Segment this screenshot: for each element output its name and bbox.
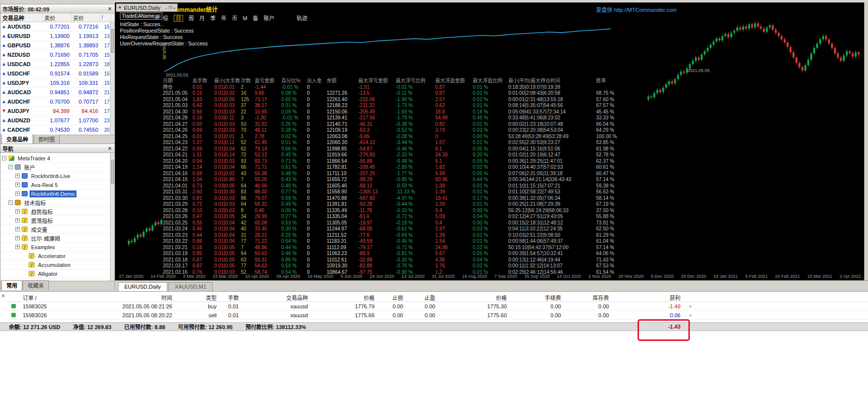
orders-column-header[interactable]: 价格	[311, 294, 377, 301]
collapse-icon[interactable]: −	[8, 165, 13, 169]
market-watch-row[interactable]: AUDUSD0.772010.7721615	[0, 22, 114, 32]
expand-icon[interactable]: +	[15, 209, 20, 214]
tree-item-accelerator[interactable]: ƒAccelerator	[0, 252, 114, 261]
tree-item-indicators[interactable]: −技术指标	[0, 198, 114, 207]
bid-price: 0.70700	[43, 99, 72, 105]
market-watch-row[interactable]: USDCAD1.228551.2287318	[0, 60, 114, 69]
tree-item-examples[interactable]: +ƒExamples	[0, 243, 114, 252]
stats-table: 日期总手数最小|大手数次数盈亏金额百分比%出入金余额最大浮亏金额最大浮亏比例最大…	[162, 78, 630, 275]
market-watch-row[interactable]: NZDUSD0.716900.7170515	[0, 50, 114, 60]
tick-arrow-icon	[2, 63, 5, 66]
orders-column-header[interactable]: 价格	[438, 294, 510, 301]
orders-column-header[interactable]: 订单 /	[20, 294, 62, 301]
expand-icon[interactable]: +	[15, 245, 20, 249]
market-watch-row[interactable]: EURUSD1.199001.1991313	[0, 32, 114, 41]
tab-common[interactable]: 常用	[1, 280, 22, 290]
tree-item-account-demo[interactable]: +RockfortIntl-Demo	[0, 189, 114, 198]
equity-line	[164, 29, 611, 72]
stats-row: 2021.03.312.600.01|0.308388.020.77 %0115…	[162, 189, 630, 195]
equity-end-label: 2021.05.05	[687, 68, 710, 73]
column-ask[interactable]: 买价	[72, 13, 100, 22]
spread-value: 15	[100, 71, 111, 76]
tick-arrow-icon	[2, 91, 5, 94]
expand-icon[interactable]: +	[15, 191, 20, 196]
expand-icon[interactable]: +	[15, 183, 20, 187]
stats-row: 2021.03.300.810.01|0.038679.070.69 %0114…	[162, 195, 630, 202]
tree-item-alligator[interactable]: ƒAlligator	[0, 269, 114, 278]
collapse-icon[interactable]: −	[2, 156, 6, 160]
expand-icon[interactable]: +	[15, 174, 20, 178]
stats-row: 2021.04.250.010.01|0.0112.780.02 %012063…	[162, 134, 630, 140]
tab-tick-chart[interactable]: 即时图	[34, 134, 60, 144]
market-watch-row[interactable]: AUDCAD0.948510.9487221	[0, 88, 114, 97]
tab-xauusd-m1[interactable]: XAUUSD,M1	[168, 282, 213, 291]
tree-item-trend[interactable]: +ƒ趋势指标	[0, 207, 114, 216]
order-row[interactable]: 159830262021.05.05 08:20:22sell0.01xauus…	[7, 311, 868, 320]
market-watch-scrollbar[interactable]	[110, 22, 114, 135]
tree-item-account-live[interactable]: +RockfortIntl-Live	[0, 172, 114, 181]
market-watch-row[interactable]: CADCHF0.745300.7455020	[0, 125, 114, 135]
column-spread[interactable]: !	[100, 13, 111, 22]
orders-column-header[interactable]: 止盈	[406, 294, 438, 301]
column-bid[interactable]: 卖价	[43, 13, 72, 22]
navigator-scrollbar[interactable]	[110, 153, 114, 281]
expand-icon[interactable]: +	[15, 236, 20, 240]
tree-item-oscillators[interactable]: +ƒ震荡指标	[0, 216, 114, 225]
market-watch-row[interactable]: AUDCHF0.707000.7071717	[0, 97, 114, 107]
tab-favorites[interactable]: 收藏夹	[23, 280, 49, 290]
orders-column-header[interactable]: 时间	[62, 294, 175, 301]
ask-price: 0.71705	[72, 52, 100, 58]
tab-symbols[interactable]: 交易品种	[1, 134, 33, 144]
restore-icon[interactable]: ❐	[168, 6, 172, 10]
stats-grid-icon[interactable]: ▦	[154, 14, 159, 19]
market-watch-row[interactable]: AUDNZD1.076771.0770023	[0, 116, 114, 125]
orders-column-header[interactable]: 交易品种	[242, 294, 311, 301]
chart-window-caption[interactable]: ▼ EURUSD,Daily ⎯❐×	[116, 3, 178, 12]
orders-column-header[interactable]: 库存费	[564, 294, 612, 301]
tick-arrow-icon	[2, 81, 5, 84]
orders-column-header[interactable]: 手续费	[510, 294, 564, 301]
close-icon[interactable]: ×	[107, 146, 113, 151]
tree-item-account-ava[interactable]: +Ava-Real 5	[0, 181, 114, 189]
orders-column-header[interactable]: 止损	[377, 294, 406, 301]
chevron-down-icon[interactable]: ▼	[118, 5, 122, 10]
tree-item-volumes[interactable]: +ƒ成交量	[0, 225, 114, 234]
tree-item-accounts[interactable]: −账户	[0, 163, 114, 172]
tree-item-bill-williams[interactable]: +ƒ比尔·威廉姆	[0, 234, 114, 243]
tree-item-accumulation[interactable]: ƒAccumulation	[0, 261, 114, 269]
tree-item-metatrader4[interactable]: −MetaTrader 4	[0, 154, 114, 163]
close-icon[interactable]: ×	[107, 6, 113, 12]
stats-row: 2021.03.210.180.01|0.05748.860.44 %01111…	[162, 245, 630, 251]
collapse-icon[interactable]: −	[8, 200, 13, 205]
stats-column-header: 最大浮盈比例	[472, 78, 507, 84]
market-watch-row[interactable]: GBPUSD1.388761.3889317	[0, 41, 114, 50]
symbol-label: USDJPY	[0, 80, 43, 86]
orders-column-header[interactable]: 手数	[220, 294, 242, 301]
minimize-icon[interactable]: ⎯	[165, 6, 167, 10]
chart-area[interactable]: ▼ EURUSD,Daily ⎯❐× MTCommander统计 复盘侠 htt…	[115, 2, 868, 280]
spread-value: 21	[100, 90, 111, 95]
expand-icon[interactable]: +	[15, 227, 20, 231]
expand-icon[interactable]: +	[15, 218, 20, 223]
order-row[interactable]: 159830252021.05.05 08:21:26buy0.01xauusd…	[7, 302, 868, 311]
mtcommander-link[interactable]: 复盘侠 http://MTCommander.com	[596, 5, 677, 13]
chart-right-edge[interactable]	[864, 2, 868, 280]
stats-row: 2021.03.160.760.01|0.035258.740.54 %0108…	[162, 269, 630, 276]
stats-column-header: 出入金	[306, 78, 326, 84]
stats-row: 2021.03.180.870.01|0.056393.310.86 %0110…	[162, 257, 630, 263]
close-icon[interactable]: ×	[173, 6, 176, 10]
tab-eurusd-daily[interactable]: EURUSD,Daily	[118, 282, 167, 291]
orders-column-header[interactable]: 获利	[612, 294, 683, 301]
column-symbol[interactable]: 交易品种	[0, 13, 43, 22]
tick-arrow-icon	[2, 44, 5, 47]
market-watch-row[interactable]: USDJPY109.316109.33115	[0, 78, 114, 88]
stats-row: 2021.04.280.180.03|0.113-1.30-0.01 %0121…	[162, 115, 630, 121]
stats-row: 2021.03.290.720.01|0.036456.320.49 %0113…	[162, 201, 630, 208]
close-icon[interactable]: ×	[683, 303, 697, 309]
market-watch-row[interactable]: AUDJPY84.39984.41617	[0, 107, 114, 116]
stats-row: 2021.03.230.440.01|0.043128.210.25 %0112…	[162, 232, 630, 239]
close-icon[interactable]: ×	[683, 312, 697, 318]
market-watch-row[interactable]: USDCHF0.915740.9158915	[0, 69, 114, 78]
close-icon[interactable]: ×	[1, 293, 5, 299]
orders-column-header[interactable]: 类型	[175, 294, 220, 301]
